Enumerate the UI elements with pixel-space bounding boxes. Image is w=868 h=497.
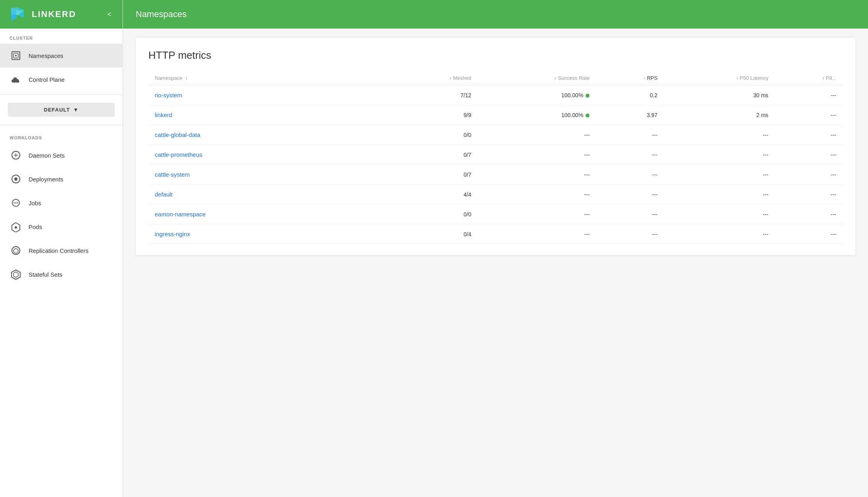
- namespace-link[interactable]: linkerd: [155, 112, 172, 118]
- p50-latency-cell: ---: [664, 145, 774, 165]
- success-rate-cell: ---: [478, 125, 596, 145]
- sidebar-item-daemon-sets[interactable]: Daemon Sets: [0, 143, 123, 167]
- table-row: cattle-global-data0/0------------: [148, 125, 843, 145]
- sidebar-item-pods[interactable]: Pods: [0, 215, 123, 239]
- p99-latency-cell: ---: [775, 224, 843, 244]
- daemon-sets-icon: [10, 149, 22, 162]
- rps-cell: ---: [596, 185, 664, 204]
- sidebar-toggle-button[interactable]: <: [104, 9, 115, 20]
- sidebar-item-namespaces[interactable]: Namespaces: [0, 44, 123, 67]
- pods-icon: [10, 220, 22, 233]
- namespace-link[interactable]: default: [155, 191, 173, 198]
- meshed-cell: 0/0: [392, 204, 478, 224]
- sidebar-item-jobs[interactable]: Jobs: [0, 191, 123, 215]
- p99-latency-cell: ---: [775, 204, 843, 224]
- default-namespace-button[interactable]: DEFAULT ▼: [8, 103, 115, 117]
- meshed-cell: 0/4: [392, 224, 478, 244]
- table-row: default4/4------------: [148, 185, 843, 204]
- sidebar-item-control-plane[interactable]: Control Plane: [0, 67, 123, 91]
- rps-cell: ---: [596, 145, 664, 165]
- namespace-icon: [10, 49, 22, 62]
- table-row: cattle-prometheus0/7------------: [148, 145, 843, 165]
- svg-point-16: [15, 226, 17, 229]
- sidebar-jobs-label: Jobs: [29, 200, 41, 206]
- sidebar-divider-2: [0, 125, 123, 125]
- success-rate-cell: ---: [478, 145, 596, 165]
- namespace-cell: cattle-prometheus: [148, 145, 392, 165]
- cloud-icon: [10, 73, 22, 86]
- col-header-success-rate[interactable]: ↑ Success Rate: [478, 71, 596, 85]
- col-header-p50[interactable]: ↑ P50 Latency: [664, 71, 774, 85]
- p99-latency-cell: ---: [775, 105, 843, 125]
- sidebar-stateful-sets-label: Stateful Sets: [29, 271, 62, 278]
- p99-latency-cell: ---: [775, 185, 843, 204]
- rps-cell: ---: [596, 125, 664, 145]
- success-rate-cell: ---: [478, 185, 596, 204]
- sidebar-item-stateful-sets[interactable]: Stateful Sets: [0, 262, 123, 286]
- meshed-cell: 4/4: [392, 185, 478, 204]
- col-header-rps[interactable]: ↑ RPS: [596, 71, 664, 85]
- p50-latency-cell: ---: [664, 165, 774, 185]
- success-dot: [586, 114, 590, 118]
- p50-latency-cell: ---: [664, 125, 774, 145]
- col-header-meshed[interactable]: ↑ Meshed: [392, 71, 478, 85]
- namespace-link[interactable]: rio-system: [155, 92, 182, 98]
- svg-marker-19: [13, 272, 18, 277]
- chevron-down-icon: ▼: [73, 107, 79, 113]
- namespace-link[interactable]: cattle-system: [155, 171, 190, 178]
- cluster-section-label: CLUSTER: [0, 29, 123, 44]
- col-header-p99[interactable]: ↑ P9...: [775, 71, 843, 85]
- sidebar-item-deployments[interactable]: Deployments: [0, 167, 123, 191]
- content-area: HTTP metrics Namespace ↑ ↑ Meshed ↑: [123, 29, 868, 497]
- namespace-link[interactable]: cattle-prometheus: [155, 151, 202, 158]
- meshed-cell: 0/7: [392, 145, 478, 165]
- p99-latency-cell: ---: [775, 165, 843, 185]
- metrics-table: Namespace ↑ ↑ Meshed ↑ Success Rate ↑: [148, 71, 843, 244]
- sidebar: LINKERD < CLUSTER Namespaces Control Pla…: [0, 0, 123, 497]
- namespace-link[interactable]: eamon-namespace: [155, 211, 205, 218]
- table-row: ingress-nginx0/4------------: [148, 224, 843, 244]
- topbar: Namespaces: [123, 0, 868, 29]
- col-header-namespace[interactable]: Namespace ↑: [148, 71, 392, 85]
- sidebar-item-replication-controllers[interactable]: Replication Controllers: [0, 239, 123, 262]
- sidebar-header: LINKERD <: [0, 0, 123, 29]
- p50-latency-cell: ---: [664, 185, 774, 204]
- namespace-link[interactable]: ingress-nginx: [155, 231, 190, 237]
- table-row: linkerd9/9100.00%3.972 ms---: [148, 105, 843, 125]
- p50-latency-cell: ---: [664, 224, 774, 244]
- svg-marker-18: [12, 270, 20, 279]
- namespace-sort-arrow: ↑: [185, 76, 188, 81]
- p50-latency-cell: 2 ms: [664, 105, 774, 125]
- namespace-cell: eamon-namespace: [148, 204, 392, 224]
- table-header-row: Namespace ↑ ↑ Meshed ↑ Success Rate ↑: [148, 71, 843, 85]
- p50-latency-cell: 30 ms: [664, 85, 774, 105]
- workloads-section-label: WORKLOADS: [0, 128, 123, 143]
- meshed-cell: 0/0: [392, 125, 478, 145]
- rps-cell: ---: [596, 165, 664, 185]
- p50-sort-arrow: ↑: [736, 76, 738, 81]
- success-rate-cell: ---: [478, 204, 596, 224]
- jobs-icon: [10, 196, 22, 209]
- success-rate-cell: 100.00%: [478, 105, 596, 125]
- table-row: cattle-system0/7------------: [148, 165, 843, 185]
- svg-point-7: [15, 55, 17, 56]
- metrics-card: HTTP metrics Namespace ↑ ↑ Meshed ↑: [136, 38, 855, 255]
- sidebar-control-plane-label: Control Plane: [29, 76, 65, 83]
- namespace-cell: rio-system: [148, 85, 392, 105]
- namespace-cell: linkerd: [148, 105, 392, 125]
- p99-latency-cell: ---: [775, 145, 843, 165]
- metrics-title: HTTP metrics: [148, 49, 843, 62]
- success-rate-cell: ---: [478, 165, 596, 185]
- success-dot: [586, 94, 590, 98]
- success-sort-arrow: ↑: [554, 76, 557, 81]
- namespace-link[interactable]: cattle-global-data: [155, 131, 200, 138]
- p99-latency-cell: ---: [775, 125, 843, 145]
- sidebar-namespaces-label: Namespaces: [29, 52, 63, 59]
- namespace-cell: cattle-global-data: [148, 125, 392, 145]
- sidebar-replication-label: Replication Controllers: [29, 247, 88, 254]
- table-row: eamon-namespace0/0------------: [148, 204, 843, 224]
- svg-point-14: [17, 202, 18, 204]
- sidebar-divider-1: [0, 94, 123, 95]
- logo-text: LINKERD: [32, 9, 76, 19]
- deployments-icon: [10, 173, 22, 185]
